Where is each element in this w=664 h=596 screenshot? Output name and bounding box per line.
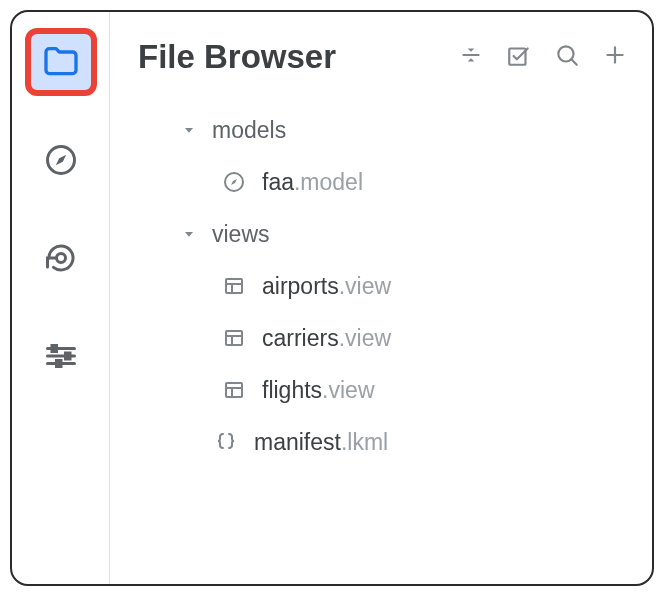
sidebar-settings-button[interactable] bbox=[25, 322, 97, 390]
app-window: File Browser bbox=[10, 10, 654, 586]
file-tree: models faa.model views bbox=[138, 104, 628, 468]
sidebar bbox=[12, 12, 110, 584]
bulk-select-button[interactable] bbox=[506, 42, 532, 72]
folder-label: views bbox=[212, 221, 270, 248]
folder-label: models bbox=[212, 117, 286, 144]
sidebar-history-button[interactable] bbox=[25, 224, 97, 292]
folder-icon bbox=[41, 42, 81, 82]
search-icon bbox=[554, 42, 580, 72]
tree-file[interactable]: faa.model bbox=[220, 156, 628, 208]
svg-marker-15 bbox=[185, 128, 193, 133]
sidebar-compass-button[interactable] bbox=[25, 126, 97, 194]
svg-rect-8 bbox=[56, 361, 61, 367]
svg-rect-6 bbox=[52, 346, 57, 352]
add-button[interactable] bbox=[602, 42, 628, 72]
svg-rect-19 bbox=[226, 279, 242, 293]
check-square-icon bbox=[506, 42, 532, 72]
compass-icon bbox=[43, 142, 79, 178]
table-icon bbox=[220, 378, 248, 402]
svg-line-12 bbox=[571, 59, 576, 64]
main-panel: File Browser bbox=[110, 12, 652, 584]
svg-rect-10 bbox=[509, 49, 525, 65]
svg-rect-7 bbox=[65, 353, 70, 359]
tree-folder-children: faa.model bbox=[180, 156, 628, 208]
chevron-down-icon bbox=[180, 122, 198, 138]
svg-marker-17 bbox=[231, 179, 237, 185]
file-label: faa.model bbox=[262, 169, 363, 196]
file-label: airports.view bbox=[262, 273, 391, 300]
tree-folder-children: airports.view carriers.view flights.view bbox=[180, 260, 628, 416]
tree-file[interactable]: airports.view bbox=[220, 260, 628, 312]
tree-file[interactable]: carriers.view bbox=[220, 312, 628, 364]
chevron-down-icon bbox=[180, 226, 198, 242]
svg-marker-18 bbox=[185, 232, 193, 237]
history-search-icon bbox=[43, 240, 79, 276]
sidebar-folder-button[interactable] bbox=[25, 28, 97, 96]
tree-file[interactable]: manifest.lkml bbox=[180, 416, 628, 468]
sliders-icon bbox=[43, 338, 79, 374]
collapse-button[interactable] bbox=[458, 42, 484, 72]
file-label: flights.view bbox=[262, 377, 375, 404]
plus-icon bbox=[602, 42, 628, 72]
braces-icon bbox=[212, 430, 240, 454]
tree-folder[interactable]: views bbox=[180, 208, 628, 260]
collapse-icon bbox=[458, 42, 484, 72]
svg-rect-22 bbox=[226, 331, 242, 345]
compass-icon bbox=[220, 170, 248, 194]
tree-folder[interactable]: models bbox=[180, 104, 628, 156]
file-label: manifest.lkml bbox=[254, 429, 388, 456]
svg-marker-1 bbox=[55, 155, 66, 166]
header-actions bbox=[458, 42, 628, 72]
header: File Browser bbox=[138, 38, 628, 76]
page-title: File Browser bbox=[138, 38, 336, 76]
table-icon bbox=[220, 326, 248, 350]
search-button[interactable] bbox=[554, 42, 580, 72]
tree-file[interactable]: flights.view bbox=[220, 364, 628, 416]
svg-point-2 bbox=[56, 254, 65, 263]
svg-rect-25 bbox=[226, 383, 242, 397]
table-icon bbox=[220, 274, 248, 298]
file-label: carriers.view bbox=[262, 325, 391, 352]
